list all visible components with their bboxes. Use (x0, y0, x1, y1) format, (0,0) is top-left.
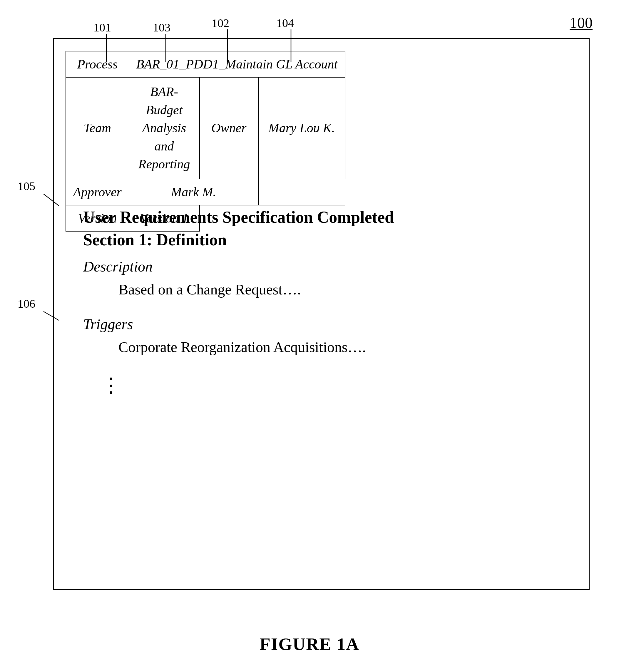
annotation-104: 104 (276, 16, 294, 30)
process-label-cell: Process (66, 51, 129, 77)
table-row-process: Process BAR_01_PDD1_Maintain GL Account (66, 51, 345, 77)
table-row-approver: Approver Mark M. (66, 179, 345, 205)
content-section: User Requirements Specification Complete… (83, 207, 565, 397)
approver-empty-cell (258, 179, 345, 205)
section-title-line2: Section 1: Definition (83, 230, 565, 249)
header-table: Process BAR_01_PDD1_Maintain GL Account … (66, 51, 345, 232)
mary-value-cell: Mary Lou K. (258, 77, 345, 179)
description-label: Description (83, 258, 565, 275)
triggers-text: Corporate Reorganization Acquisitions…. (119, 339, 565, 356)
approver-label-cell: Approver (66, 179, 129, 205)
table-row-team: Team BAR-Budget Analysis and Reporting O… (66, 77, 345, 179)
mark-value-cell: Mark M. (129, 179, 258, 205)
bar-value-cell: BAR-Budget Analysis and Reporting (129, 77, 200, 179)
section-title-line1: User Requirements Specification Complete… (83, 207, 565, 228)
team-label-cell: Team (66, 77, 129, 179)
owner-label-cell: Owner (200, 77, 258, 179)
diagram-box: Process BAR_01_PDD1_Maintain GL Account … (53, 38, 590, 590)
annotation-101: 101 (93, 20, 111, 34)
figure-caption: FIGURE 1A (0, 634, 619, 654)
description-text: Based on a Change Request…. (119, 281, 565, 298)
annotation-102: 102 (212, 16, 229, 30)
ellipsis-dots: ⋮ (101, 373, 565, 397)
figure-ref-number: 100 (570, 14, 593, 31)
annotation-106: 106 (18, 297, 35, 311)
annotation-103: 103 (153, 20, 170, 34)
annotation-105: 105 (18, 179, 35, 193)
page-container: 100 101 103 102 104 Process BAR_01_PDD1_… (0, 0, 619, 672)
process-name-cell: BAR_01_PDD1_Maintain GL Account (129, 51, 345, 77)
triggers-label: Triggers (83, 316, 565, 332)
